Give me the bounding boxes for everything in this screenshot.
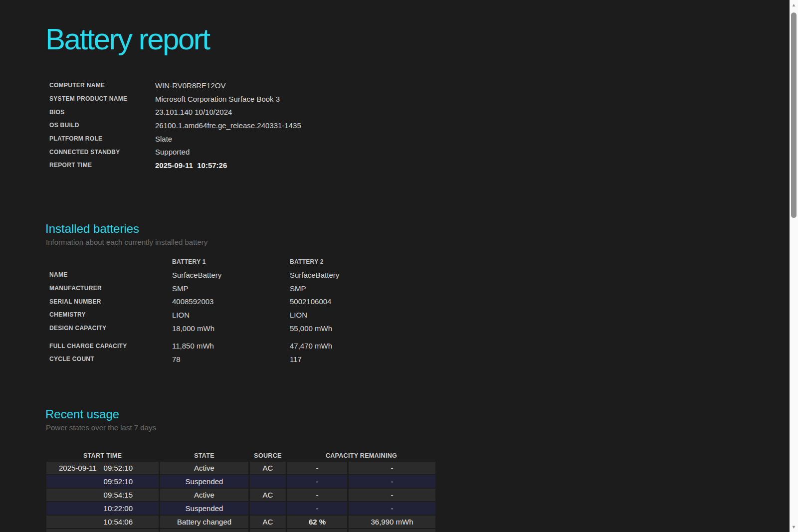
capacity-percent: - bbox=[316, 491, 319, 499]
info-label: COMPUTER NAME bbox=[46, 82, 155, 89]
battery-2-value: 47,470 mWh bbox=[290, 342, 407, 350]
info-value: 23.101.140 10/10/2024 bbox=[155, 108, 232, 116]
capacity-percent-cell: - bbox=[287, 475, 347, 488]
usage-table-header: START TIME STATE SOURCE CAPACITY REMAINI… bbox=[46, 450, 435, 461]
recent-usage-subtitle: Power states over the last 7 days bbox=[46, 423, 156, 432]
capacity-mwh-cell: - bbox=[349, 502, 435, 515]
start-time-cell: 10:22:00 bbox=[46, 502, 159, 515]
start-time-cell: 2025-09-1109:52:10 bbox=[46, 462, 159, 474]
scroll-up-icon[interactable]: ▲ bbox=[790, 2, 798, 8]
usage-row bbox=[46, 529, 435, 532]
battery-row: NAMESurfaceBatterySurfaceBattery bbox=[46, 268, 407, 282]
usage-row: 2025-09-1109:52:10ActiveAC-- bbox=[46, 462, 435, 474]
recent-usage-heading: Recent usage bbox=[45, 407, 119, 421]
capacity-percent: 62 % bbox=[309, 518, 326, 526]
start-time-cell: 09:52:10 bbox=[46, 475, 159, 488]
state-cell bbox=[160, 529, 248, 532]
info-row: CONNECTED STANDBYSupported bbox=[46, 145, 301, 159]
start-time: 10:54:06 bbox=[104, 518, 133, 526]
info-value: 26100.1.amd64fre.ge_release.240331-1435 bbox=[155, 121, 301, 130]
state-cell: Battery changed bbox=[160, 516, 248, 528]
capacity-percent: - bbox=[316, 464, 319, 472]
scrollbar-thumb[interactable] bbox=[791, 12, 797, 218]
state-cell: Active bbox=[160, 489, 248, 501]
battery-2-value: LION bbox=[290, 311, 407, 319]
installed-batteries-table: BATTERY 1 BATTERY 2 NAMESurfaceBatterySu… bbox=[46, 255, 407, 366]
capacity-mwh-cell: 36,990 mWh bbox=[349, 516, 435, 528]
battery-row: FULL CHARGE CAPACITY11,850 mWh47,470 mWh bbox=[46, 339, 407, 353]
info-label: REPORT TIME bbox=[46, 162, 155, 169]
start-time: 09:52:10 bbox=[104, 464, 133, 472]
scroll-down-icon[interactable]: ▼ bbox=[790, 524, 798, 530]
start-time: 10:22:00 bbox=[104, 504, 133, 513]
battery-2-column-header: BATTERY 2 bbox=[290, 258, 407, 265]
usage-table-rows: 2025-09-1109:52:10ActiveAC--09:52:10Susp… bbox=[46, 462, 435, 532]
capacity-percent: - bbox=[316, 504, 319, 513]
info-label: PLATFORM ROLE bbox=[46, 135, 155, 142]
capacity-percent-cell: - bbox=[287, 502, 347, 515]
capacity-mwh-cell: - bbox=[349, 462, 435, 474]
info-value: 2025-09-11 10:57:26 bbox=[155, 161, 227, 170]
recent-usage-table: START TIME STATE SOURCE CAPACITY REMAINI… bbox=[46, 450, 435, 532]
battery-row: DESIGN CAPACITY18,000 mWh55,000 mWh bbox=[46, 322, 407, 335]
capacity-mwh-cell: - bbox=[349, 475, 435, 488]
battery-2-value: SurfaceBattery bbox=[290, 271, 407, 279]
page-title: Battery report bbox=[45, 22, 209, 56]
info-row: SYSTEM PRODUCT NAMEMicrosoft Corporation… bbox=[46, 92, 301, 106]
battery-1-value: 4008592003 bbox=[172, 297, 290, 306]
info-row: BIOS23.101.140 10/10/2024 bbox=[46, 105, 301, 119]
battery-row-label: FULL CHARGE CAPACITY bbox=[46, 343, 172, 350]
installed-batteries-heading: Installed batteries bbox=[45, 222, 139, 236]
battery-2-value: 117 bbox=[290, 355, 407, 363]
battery-row-label: NAME bbox=[46, 271, 172, 278]
capacity-mwh-cell bbox=[349, 529, 435, 532]
battery-rows: NAMESurfaceBatterySurfaceBatteryMANUFACT… bbox=[46, 268, 407, 366]
battery-row-label: CHEMISTRY bbox=[46, 311, 172, 318]
capacity-percent-cell: - bbox=[287, 462, 347, 474]
state-cell: Suspended bbox=[160, 502, 248, 515]
battery-row: SERIAL NUMBER40085920035002106004 bbox=[46, 295, 407, 308]
battery-2-value: 5002106004 bbox=[290, 297, 407, 306]
capacity-percent-cell bbox=[287, 529, 347, 532]
usage-row: 09:52:10Suspended-- bbox=[46, 475, 435, 488]
start-time-cell bbox=[46, 529, 159, 532]
col-header-state: STATE bbox=[160, 452, 248, 459]
start-date: 2025-09-11 bbox=[59, 464, 97, 472]
info-value: Microsoft Corporation Surface Book 3 bbox=[155, 95, 280, 103]
battery-row-label: CYCLE COUNT bbox=[46, 355, 172, 362]
usage-row: 10:54:06Battery changedAC62 %36,990 mWh bbox=[46, 516, 435, 528]
source-cell: AC bbox=[250, 489, 286, 501]
capacity-percent-cell: - bbox=[287, 489, 347, 501]
state-cell: Active bbox=[160, 462, 248, 474]
capacity-percent-cell: 62 % bbox=[287, 516, 347, 528]
usage-row: 09:54:15ActiveAC-- bbox=[46, 489, 435, 501]
scrollbar[interactable]: ▲ ▼ bbox=[790, 0, 798, 532]
start-time: 09:52:10 bbox=[104, 477, 133, 486]
start-time-cell: 09:54:15 bbox=[46, 489, 159, 501]
battery-1-value: LION bbox=[172, 311, 290, 319]
capacity-percent: - bbox=[316, 477, 319, 486]
battery-row: CYCLE COUNT78117 bbox=[46, 353, 407, 366]
col-header-source: SOURCE bbox=[250, 452, 286, 459]
battery-2-value: 55,000 mWh bbox=[290, 324, 407, 333]
info-row: REPORT TIME2025-09-11 10:57:26 bbox=[46, 159, 301, 172]
info-row: COMPUTER NAMEWIN-RV0R8RE12OV bbox=[46, 79, 301, 92]
info-label: BIOS bbox=[46, 109, 155, 116]
battery-1-value: 78 bbox=[172, 355, 290, 363]
state-cell: Suspended bbox=[160, 475, 248, 488]
source-cell: AC bbox=[250, 516, 286, 528]
usage-row: 10:22:00Suspended-- bbox=[46, 502, 435, 515]
battery-1-value: SMP bbox=[172, 284, 290, 293]
battery-row-label: DESIGN CAPACITY bbox=[46, 325, 172, 332]
battery-1-column-header: BATTERY 1 bbox=[172, 258, 290, 265]
battery-columns-header: BATTERY 1 BATTERY 2 bbox=[46, 255, 407, 268]
battery-row-label: MANUFACTURER bbox=[46, 285, 172, 292]
info-value: Supported bbox=[155, 148, 190, 156]
battery-1-value: 18,000 mWh bbox=[172, 324, 290, 333]
start-time: 09:54:15 bbox=[104, 491, 133, 499]
battery-1-value: SurfaceBattery bbox=[172, 271, 290, 279]
battery-report-page: Battery report COMPUTER NAMEWIN-RV0R8RE1… bbox=[0, 0, 790, 532]
col-header-capacity-remaining: CAPACITY REMAINING bbox=[287, 452, 435, 459]
info-label: CONNECTED STANDBY bbox=[46, 149, 155, 156]
source-cell bbox=[250, 502, 286, 515]
